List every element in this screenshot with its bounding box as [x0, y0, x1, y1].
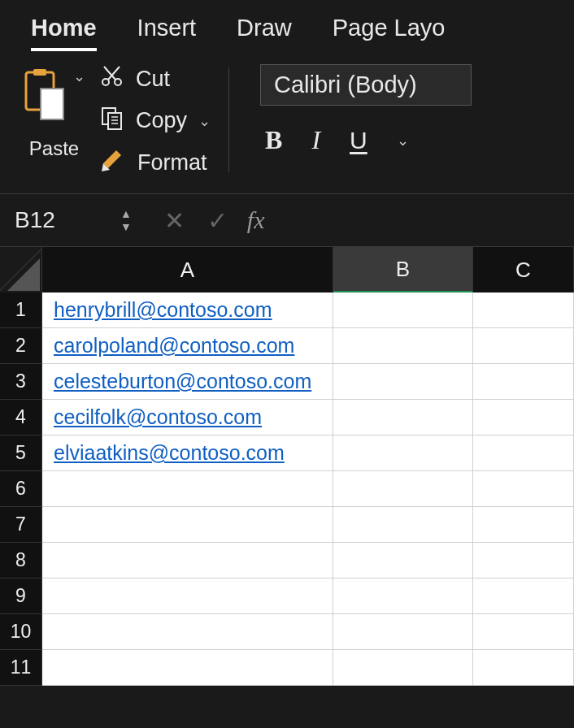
cell[interactable]	[473, 364, 574, 400]
cell[interactable]: cecilfolk@contoso.com	[42, 400, 333, 436]
grid-row: 1henrybrill@contoso.com	[0, 292, 574, 328]
copy-icon	[100, 106, 124, 136]
ribbon-toolbar: ⌄ Paste Cut Copy ⌄	[0, 51, 574, 193]
grid-row: 11	[0, 650, 574, 686]
cell[interactable]	[42, 650, 333, 686]
cell[interactable]	[333, 471, 473, 507]
row-header[interactable]: 3	[0, 364, 42, 400]
grid-row: 10	[0, 614, 574, 650]
formula-bar: B12 ▲ ▼ ✕ ✓ fx	[0, 193, 574, 247]
accept-formula-button[interactable]: ✓	[207, 206, 228, 235]
caret-up-icon: ▲	[120, 207, 132, 220]
cut-label: Cut	[136, 67, 170, 92]
tab-draw[interactable]: Draw	[237, 15, 292, 41]
format-painter-button[interactable]: Format	[100, 147, 211, 179]
cell[interactable]	[333, 614, 473, 650]
name-box-stepper[interactable]: ▲ ▼	[120, 207, 132, 233]
cell[interactable]	[473, 614, 574, 650]
cell[interactable]: celesteburton@contoso.com	[42, 364, 333, 400]
font-name-select[interactable]: Calibri (Body)	[260, 64, 472, 106]
row-header[interactable]: 10	[0, 614, 42, 650]
italic-button[interactable]: I	[311, 125, 320, 155]
underline-button[interactable]: U	[350, 127, 367, 154]
cell[interactable]	[42, 578, 333, 614]
copy-label: Copy	[136, 108, 187, 133]
cell[interactable]	[42, 614, 333, 650]
grid-row: 7	[0, 507, 574, 543]
scissors-icon	[100, 64, 124, 94]
email-link[interactable]: elviaatkins@contoso.com	[54, 441, 285, 465]
chevron-down-icon: ⌄	[198, 112, 211, 130]
cell[interactable]	[333, 543, 473, 578]
grid-row: 9	[0, 578, 574, 614]
grid-row: 4cecilfolk@contoso.com	[0, 400, 574, 436]
cell[interactable]	[473, 436, 574, 471]
fx-label[interactable]: fx	[247, 206, 265, 234]
chevron-down-icon: ⌄	[73, 67, 85, 85]
row-header[interactable]: 9	[0, 578, 42, 614]
cell[interactable]	[473, 328, 574, 364]
email-link[interactable]: carolpoland@contoso.com	[54, 334, 294, 358]
tab-home[interactable]: Home	[31, 15, 97, 41]
row-header[interactable]: 8	[0, 543, 42, 578]
row-header[interactable]: 11	[0, 650, 42, 686]
chevron-down-icon[interactable]: ⌄	[397, 132, 409, 150]
column-header-C[interactable]: C	[473, 247, 574, 292]
cell[interactable]	[333, 650, 473, 686]
row-header[interactable]: 5	[0, 436, 42, 471]
column-header-B[interactable]: B	[333, 247, 473, 292]
cell[interactable]	[333, 400, 473, 436]
row-header[interactable]: 2	[0, 328, 42, 364]
cell[interactable]	[42, 507, 333, 543]
font-group: Calibri (Body) B I U ⌄	[247, 61, 472, 179]
tab-page-layout[interactable]: Page Layo	[333, 15, 446, 41]
svg-rect-1	[33, 69, 46, 76]
cell[interactable]	[42, 543, 333, 578]
tab-insert[interactable]: Insert	[137, 15, 197, 41]
cell[interactable]	[473, 578, 574, 614]
grid-row: 3celesteburton@contoso.com	[0, 364, 574, 400]
select-all-corner[interactable]	[0, 247, 42, 292]
paste-button[interactable]: ⌄ Paste	[23, 61, 85, 179]
cell[interactable]	[42, 471, 333, 507]
cell[interactable]	[333, 364, 473, 400]
cell[interactable]: elviaatkins@contoso.com	[42, 436, 333, 471]
spreadsheet-grid: A B C 1henrybrill@contoso.com2carolpolan…	[0, 247, 574, 686]
paste-label: Paste	[29, 137, 79, 160]
copy-button[interactable]: Copy ⌄	[100, 106, 211, 136]
svg-point-3	[102, 79, 109, 85]
svg-rect-2	[41, 89, 63, 119]
row-header[interactable]: 4	[0, 400, 42, 436]
svg-rect-6	[108, 113, 121, 129]
cell[interactable]	[333, 328, 473, 364]
bold-button[interactable]: B	[265, 125, 282, 155]
column-header-A[interactable]: A	[42, 247, 333, 292]
email-link[interactable]: cecilfolk@contoso.com	[54, 405, 262, 429]
cell[interactable]	[473, 292, 574, 328]
cell[interactable]: henrybrill@contoso.com	[42, 292, 333, 328]
cell[interactable]	[333, 507, 473, 543]
row-header[interactable]: 7	[0, 507, 42, 543]
divider	[228, 67, 229, 172]
cut-button[interactable]: Cut	[100, 64, 211, 94]
row-header[interactable]: 1	[0, 292, 42, 328]
caret-down-icon: ▼	[120, 220, 132, 233]
row-header[interactable]: 6	[0, 471, 42, 507]
cell[interactable]	[473, 400, 574, 436]
ribbon-tabs: Home Insert Draw Page Layo	[0, 0, 574, 51]
email-link[interactable]: celesteburton@contoso.com	[54, 370, 311, 393]
cell[interactable]: carolpoland@contoso.com	[42, 328, 333, 364]
cell[interactable]	[333, 292, 473, 328]
name-box[interactable]: B12	[7, 207, 120, 233]
cancel-formula-button[interactable]: ✕	[164, 206, 185, 235]
email-link[interactable]: henrybrill@contoso.com	[54, 298, 272, 322]
cell[interactable]	[333, 578, 473, 614]
cell[interactable]	[473, 471, 574, 507]
cell[interactable]	[473, 507, 574, 543]
formula-input[interactable]	[276, 204, 567, 236]
grid-row: 2carolpoland@contoso.com	[0, 328, 574, 364]
cell[interactable]	[473, 543, 574, 578]
paintbrush-icon	[100, 147, 126, 179]
cell[interactable]	[333, 436, 473, 471]
cell[interactable]	[473, 650, 574, 686]
